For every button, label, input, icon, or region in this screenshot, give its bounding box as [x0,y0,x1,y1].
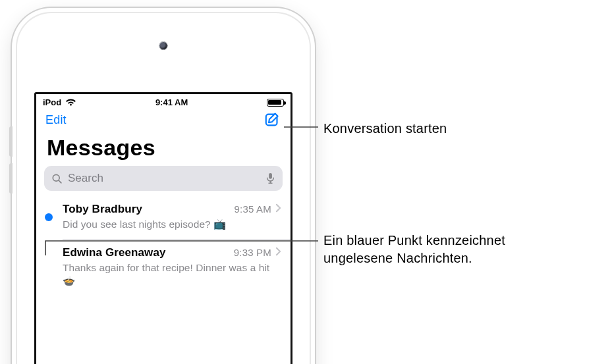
search-field[interactable] [44,166,283,191]
search-icon [51,172,63,184]
conversation-name: Edwina Greenaway [63,246,166,259]
conversation-preview: Did you see last nights episode? 📺 [63,218,281,231]
chevron-right-icon [275,247,281,256]
unread-dot-icon [45,213,53,221]
battery-icon [267,99,284,107]
volume-up-button [9,126,13,157]
screen: iPod 9:41 AM Edit [34,92,292,364]
conversation-list: Toby Bradbury 9:35 AM Did you see last n… [36,196,291,295]
compose-icon [264,111,281,128]
conversation-time: 9:33 PM [234,247,271,258]
chevron-right-icon [275,203,281,213]
conversation-time: 9:35 AM [235,203,271,215]
callout-unread: Ein blauer Punkt kennzeichnet ungelesene… [323,232,547,267]
carrier-label: iPod [43,97,61,107]
dictation-icon[interactable] [264,172,276,184]
device-frame: iPod 9:41 AM Edit [12,8,315,364]
compose-button[interactable] [264,111,281,128]
list-item[interactable]: Edwina Greenaway 9:33 PM Thanks again fo… [36,240,291,296]
wifi-icon [65,99,76,107]
status-bar: iPod 9:41 AM [36,94,291,109]
nav-bar: Edit [36,109,291,134]
edit-button[interactable]: Edit [45,113,67,127]
page-title: Messages [36,134,291,166]
volume-down-button [9,163,13,194]
list-item[interactable]: Toby Bradbury 9:35 AM Did you see last n… [36,196,291,239]
camera-icon [159,41,168,50]
callouts: Konversation starten Ein blauer Punkt ke… [303,0,610,364]
conversation-preview: Thanks again for that recipe! Dinner was… [63,261,281,288]
svg-rect-2 [269,173,272,179]
conversation-name: Toby Bradbury [63,203,142,216]
clock: 9:41 AM [155,97,188,107]
search-input[interactable] [68,172,259,185]
callout-compose: Konversation starten [323,120,447,138]
